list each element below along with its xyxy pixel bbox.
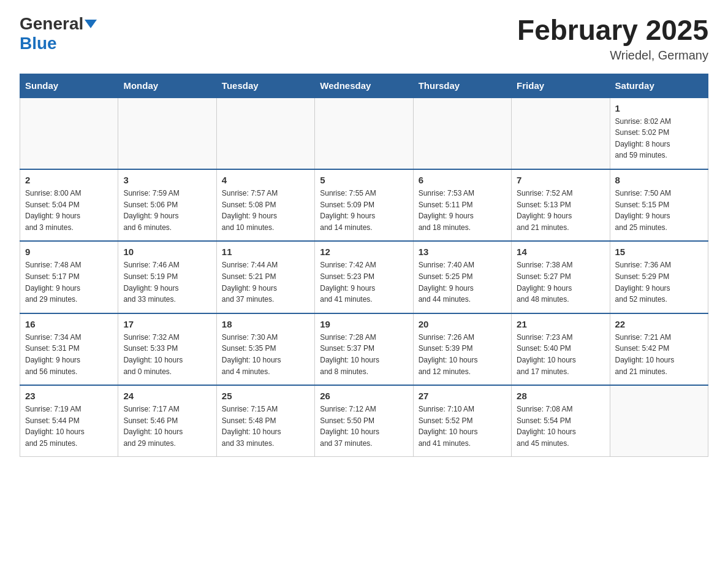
calendar-cell: 27Sunrise: 7:10 AM Sunset: 5:52 PM Dayli… (413, 385, 511, 457)
day-info: Sunrise: 7:19 AM Sunset: 5:44 PM Dayligh… (25, 404, 113, 449)
calendar-cell: 18Sunrise: 7:30 AM Sunset: 5:35 PM Dayli… (216, 313, 314, 385)
calendar-cell: 28Sunrise: 7:08 AM Sunset: 5:54 PM Dayli… (512, 385, 610, 457)
day-info: Sunrise: 8:00 AM Sunset: 5:04 PM Dayligh… (25, 188, 113, 233)
calendar-cell: 20Sunrise: 7:26 AM Sunset: 5:39 PM Dayli… (413, 313, 511, 385)
day-info: Sunrise: 7:15 AM Sunset: 5:48 PM Dayligh… (222, 404, 309, 449)
calendar-cell: 22Sunrise: 7:21 AM Sunset: 5:42 PM Dayli… (610, 313, 708, 385)
calendar-cell: 7Sunrise: 7:52 AM Sunset: 5:13 PM Daylig… (512, 169, 610, 241)
day-number: 23 (25, 391, 113, 401)
calendar-cell: 26Sunrise: 7:12 AM Sunset: 5:50 PM Dayli… (315, 385, 413, 457)
calendar-cell (610, 385, 708, 457)
weekday-header-friday: Friday (512, 74, 610, 98)
day-info: Sunrise: 7:26 AM Sunset: 5:39 PM Dayligh… (419, 332, 506, 377)
calendar-cell (216, 98, 314, 169)
calendar-cell: 12Sunrise: 7:42 AM Sunset: 5:23 PM Dayli… (315, 241, 413, 313)
day-number: 22 (615, 319, 703, 329)
weekday-header-wednesday: Wednesday (315, 74, 413, 98)
logo-triangle-icon (85, 20, 97, 28)
calendar-cell (20, 98, 118, 169)
calendar-cell: 15Sunrise: 7:36 AM Sunset: 5:29 PM Dayli… (610, 241, 708, 313)
day-number: 6 (419, 175, 506, 185)
calendar-cell: 3Sunrise: 7:59 AM Sunset: 5:06 PM Daylig… (118, 169, 216, 241)
calendar-cell (118, 98, 216, 169)
day-number: 12 (320, 247, 408, 257)
day-number: 18 (222, 319, 309, 329)
calendar-cell: 2Sunrise: 8:00 AM Sunset: 5:04 PM Daylig… (20, 169, 118, 241)
day-number: 20 (419, 319, 506, 329)
day-number: 2 (25, 175, 113, 185)
day-number: 24 (123, 391, 211, 401)
calendar-cell: 8Sunrise: 7:50 AM Sunset: 5:15 PM Daylig… (610, 169, 708, 241)
day-info: Sunrise: 7:46 AM Sunset: 5:19 PM Dayligh… (123, 259, 211, 305)
day-number: 3 (123, 175, 211, 185)
calendar-cell: 13Sunrise: 7:40 AM Sunset: 5:25 PM Dayli… (413, 241, 511, 313)
day-info: Sunrise: 7:23 AM Sunset: 5:40 PM Dayligh… (517, 332, 604, 377)
calendar-week-row: 23Sunrise: 7:19 AM Sunset: 5:44 PM Dayli… (20, 385, 708, 457)
day-number: 21 (517, 319, 604, 329)
calendar-cell: 1Sunrise: 8:02 AM Sunset: 5:02 PM Daylig… (610, 98, 708, 169)
day-info: Sunrise: 7:12 AM Sunset: 5:50 PM Dayligh… (320, 404, 408, 449)
day-info: Sunrise: 7:52 AM Sunset: 5:13 PM Dayligh… (517, 188, 604, 233)
day-info: Sunrise: 7:53 AM Sunset: 5:11 PM Dayligh… (419, 188, 506, 233)
day-info: Sunrise: 7:50 AM Sunset: 5:15 PM Dayligh… (615, 188, 703, 233)
page-header: General Blue February 2025 Wriedel, Germ… (20, 15, 708, 63)
calendar-cell: 21Sunrise: 7:23 AM Sunset: 5:40 PM Dayli… (512, 313, 610, 385)
calendar-cell: 5Sunrise: 7:55 AM Sunset: 5:09 PM Daylig… (315, 169, 413, 241)
logo-general-text: General (20, 15, 97, 34)
day-number: 28 (517, 391, 604, 401)
weekday-header-monday: Monday (118, 74, 216, 98)
logo: General Blue (20, 15, 97, 53)
day-info: Sunrise: 7:08 AM Sunset: 5:54 PM Dayligh… (517, 404, 604, 449)
month-year-title: February 2025 (517, 15, 708, 46)
day-number: 5 (320, 175, 408, 185)
calendar-cell: 11Sunrise: 7:44 AM Sunset: 5:21 PM Dayli… (216, 241, 314, 313)
calendar-cell (315, 98, 413, 169)
day-info: Sunrise: 7:17 AM Sunset: 5:46 PM Dayligh… (123, 404, 211, 449)
location-label: Wriedel, Germany (517, 48, 708, 63)
day-number: 8 (615, 175, 703, 185)
calendar-week-row: 2Sunrise: 8:00 AM Sunset: 5:04 PM Daylig… (20, 169, 708, 241)
day-info: Sunrise: 7:34 AM Sunset: 5:31 PM Dayligh… (25, 332, 113, 377)
calendar-cell: 14Sunrise: 7:38 AM Sunset: 5:27 PM Dayli… (512, 241, 610, 313)
calendar-header-row: SundayMondayTuesdayWednesdayThursdayFrid… (20, 74, 708, 98)
calendar-week-row: 1Sunrise: 8:02 AM Sunset: 5:02 PM Daylig… (20, 98, 708, 169)
weekday-header-saturday: Saturday (610, 74, 708, 98)
calendar-table: SundayMondayTuesdayWednesdayThursdayFrid… (20, 74, 708, 458)
day-number: 9 (25, 247, 113, 257)
calendar-cell: 6Sunrise: 7:53 AM Sunset: 5:11 PM Daylig… (413, 169, 511, 241)
calendar-cell: 19Sunrise: 7:28 AM Sunset: 5:37 PM Dayli… (315, 313, 413, 385)
day-number: 11 (222, 247, 309, 257)
day-info: Sunrise: 7:55 AM Sunset: 5:09 PM Dayligh… (320, 188, 408, 233)
calendar-cell: 17Sunrise: 7:32 AM Sunset: 5:33 PM Dayli… (118, 313, 216, 385)
day-info: Sunrise: 7:42 AM Sunset: 5:23 PM Dayligh… (320, 259, 408, 305)
calendar-cell: 25Sunrise: 7:15 AM Sunset: 5:48 PM Dayli… (216, 385, 314, 457)
calendar-cell: 23Sunrise: 7:19 AM Sunset: 5:44 PM Dayli… (20, 385, 118, 457)
calendar-cell: 24Sunrise: 7:17 AM Sunset: 5:46 PM Dayli… (118, 385, 216, 457)
day-info: Sunrise: 8:02 AM Sunset: 5:02 PM Dayligh… (615, 116, 703, 161)
day-info: Sunrise: 7:36 AM Sunset: 5:29 PM Dayligh… (615, 259, 703, 305)
weekday-header-thursday: Thursday (413, 74, 511, 98)
day-info: Sunrise: 7:57 AM Sunset: 5:08 PM Dayligh… (222, 188, 309, 233)
calendar-cell: 9Sunrise: 7:48 AM Sunset: 5:17 PM Daylig… (20, 241, 118, 313)
day-info: Sunrise: 7:48 AM Sunset: 5:17 PM Dayligh… (25, 259, 113, 305)
day-info: Sunrise: 7:30 AM Sunset: 5:35 PM Dayligh… (222, 332, 309, 377)
day-info: Sunrise: 7:44 AM Sunset: 5:21 PM Dayligh… (222, 259, 309, 305)
day-number: 19 (320, 319, 408, 329)
day-number: 27 (419, 391, 506, 401)
calendar-cell (512, 98, 610, 169)
day-number: 14 (517, 247, 604, 257)
day-number: 13 (419, 247, 506, 257)
calendar-week-row: 16Sunrise: 7:34 AM Sunset: 5:31 PM Dayli… (20, 313, 708, 385)
day-number: 1 (615, 103, 703, 113)
day-info: Sunrise: 7:32 AM Sunset: 5:33 PM Dayligh… (123, 332, 211, 377)
day-number: 10 (123, 247, 211, 257)
title-section: February 2025 Wriedel, Germany (517, 15, 708, 63)
calendar-cell (413, 98, 511, 169)
day-info: Sunrise: 7:21 AM Sunset: 5:42 PM Dayligh… (615, 332, 703, 377)
day-info: Sunrise: 7:40 AM Sunset: 5:25 PM Dayligh… (419, 259, 506, 305)
day-number: 17 (123, 319, 211, 329)
day-info: Sunrise: 7:28 AM Sunset: 5:37 PM Dayligh… (320, 332, 408, 377)
day-info: Sunrise: 7:38 AM Sunset: 5:27 PM Dayligh… (517, 259, 604, 305)
logo-blue-text: Blue (20, 34, 57, 53)
weekday-header-sunday: Sunday (20, 74, 118, 98)
